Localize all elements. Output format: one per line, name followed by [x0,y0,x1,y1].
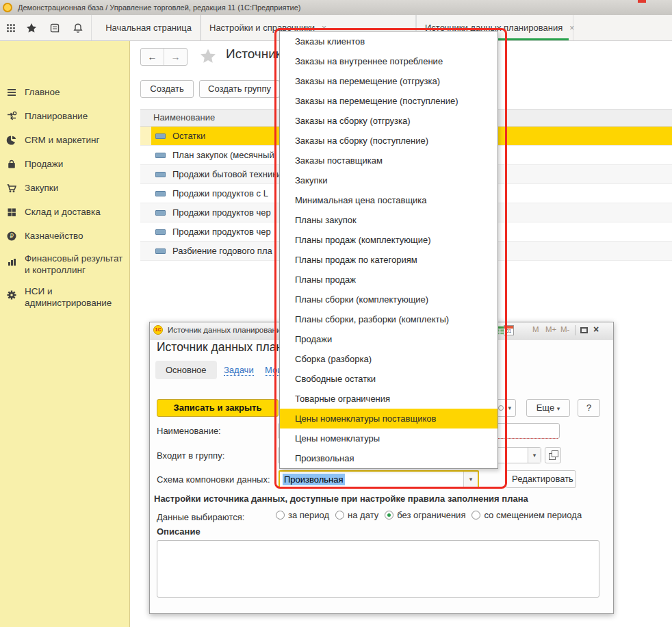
bar-chart-icon [6,257,17,268]
dropdown-item[interactable]: Минимальная цена поставщика [280,190,497,210]
nav-history-group: ← → [140,48,188,66]
data-source-icon [155,172,166,177]
titlebar-separator [575,325,576,335]
settings-section-header: Настройки источника данных, доступные пр… [154,494,528,504]
sidebar-item-label: Закупки [25,182,125,194]
dropdown-item[interactable]: Продажи [280,329,497,349]
dropdown-item[interactable]: Произвольная [280,448,497,468]
data-source-icon [155,191,166,196]
row-label: Продажи продуктов с L [172,184,268,203]
history-icon[interactable] [49,23,60,34]
period-radio-group: за период на дату без ограничения со сме… [276,510,582,520]
chevron-down-icon[interactable]: ▾ [463,472,478,487]
dropdown-item[interactable]: Заказы поставщикам [280,151,497,170]
data-source-icon [155,153,166,158]
planning-icon [6,111,17,122]
bag-icon [6,159,17,170]
create-button[interactable]: Создать [140,80,194,98]
radio-icon [335,511,344,520]
save-and-close-button[interactable]: Записать и закрыть [157,399,279,417]
data-source-icon [155,133,166,139]
more-button[interactable]: Еще ▾ [526,399,570,417]
sidebar-item-crm[interactable]: CRM и маркетинг [0,134,129,146]
dropdown-item[interactable]: Свободные остатки [280,369,497,389]
dropdown-item[interactable]: Заказы клиентов [280,31,497,51]
sidebar-item-planning[interactable]: Планирование [0,110,129,122]
cart-icon [6,183,17,194]
sidebar-item-warehouse[interactable]: Склад и доставка [0,206,129,218]
help-button[interactable]: ? [578,399,600,417]
chevron-down-icon[interactable]: ▾ [528,448,541,463]
sidebar-item-sales[interactable]: Продажи [0,158,129,170]
schema-label: Схема компоновки данных: [157,474,270,485]
row-label: Продажи бытовой техники [172,165,281,184]
edit-button[interactable]: Редактировать [506,470,576,488]
dropdown-item[interactable]: Цены номенклатуры поставщиков [280,409,497,428]
sidebar-item-treasury[interactable]: ₽ Казначейство [0,230,129,242]
dropdown-item[interactable]: Товарные ограничения [280,389,497,409]
notifications-bell-icon[interactable] [73,23,83,34]
ruble-coin-icon: ₽ [6,231,17,242]
radio-option[interactable]: за период [276,510,329,520]
dropdown-item[interactable]: Заказы на сборку (поступление) [280,131,497,151]
calendar-icon[interactable]: 31 [504,325,514,335]
memory-m-button[interactable]: M [532,325,539,333]
dropdown-item[interactable]: Заказы на внутреннее потребление [280,51,497,71]
app-title: Демонстрационная база / Управление торго… [18,3,300,12]
data-source-icon [155,210,166,216]
close-icon[interactable]: × [593,324,599,335]
dialog-link-tasks[interactable]: Задачи [224,365,254,376]
dropdown-item[interactable]: Сборка (разборка) [280,349,497,369]
memory-mplus-button[interactable]: M+ [545,325,556,333]
dropdown-item[interactable]: Заказы на сборку (отгрузка) [280,111,497,131]
svg-text:₽: ₽ [10,233,14,240]
dropdown-item[interactable]: Планы сборки (комплектующие) [280,290,497,309]
dropdown-item[interactable]: Планы продаж [280,270,497,290]
sidebar-item-admin[interactable]: НСИ и администрирование [0,285,129,309]
dropdown-item[interactable]: Закупки [280,170,497,190]
radio-option[interactable]: без ограничения [385,510,465,520]
sidebar-item-label: Склад и доставка [25,206,125,218]
radio-icon [276,511,285,520]
chevron-down-icon: ▾ [557,405,560,412]
row-label: План закупок (месячный [172,146,274,165]
radio-option[interactable]: со смещением периода [471,510,582,520]
schema-combobox[interactable]: Произвольная ▾ [279,470,479,488]
name-label: Наименование: [157,426,221,436]
favorite-star-icon[interactable] [200,48,216,64]
description-textarea[interactable] [157,540,599,598]
radio-label: за период [288,510,329,520]
dropdown-item[interactable]: Планы закупок [280,210,497,230]
maximize-icon[interactable] [580,327,588,333]
tab-home[interactable]: Начальная страница [91,15,201,40]
1c-logo-icon: 1С [153,325,163,335]
forward-button[interactable]: → [164,49,187,65]
dropdown-item[interactable]: Планы продаж (комплектующие) [280,230,497,250]
back-button[interactable]: ← [141,49,164,65]
dropdown-item[interactable]: Заказы на перемещение (поступление) [280,91,497,111]
sidebar-item-finance[interactable]: Финансовый результат и контроллинг [0,253,129,276]
dialog-tab-main[interactable]: Основное [155,361,217,379]
sidebar-item-main[interactable]: Главное [0,86,129,98]
tab-close-icon[interactable]: × [569,23,574,33]
dropdown-item[interactable]: Цены номенклатуры [280,428,497,448]
dropdown-item[interactable]: Заказы на перемещение (отгрузка) [280,71,497,91]
dropdown-item[interactable]: Планы продаж по категориям [280,250,497,270]
sidebar-item-label: Продажи [25,158,125,170]
dropdown-item[interactable]: Планы сборки, разборки (комплекты) [280,309,497,329]
sidebar-item-purchases[interactable]: Закупки [0,182,129,194]
radio-label: без ограничения [397,510,465,520]
pie-chart-icon [6,135,17,146]
menu-grid-icon[interactable] [5,23,16,34]
open-icon[interactable] [545,447,561,463]
favorites-star-icon[interactable] [26,23,37,34]
memory-mminus-button[interactable]: M- [560,325,569,333]
sidebar-item-label: Планирование [25,110,125,122]
radio-icon [471,511,480,520]
sidebar-item-label: Казначейство [25,230,125,242]
radio-option[interactable]: на дату [335,510,378,520]
description-label: Описание [157,526,201,537]
schema-value: Произвольная [283,474,345,485]
row-label: Продажи продуктов чер [172,203,271,222]
create-group-button[interactable]: Создать группу [199,80,280,98]
